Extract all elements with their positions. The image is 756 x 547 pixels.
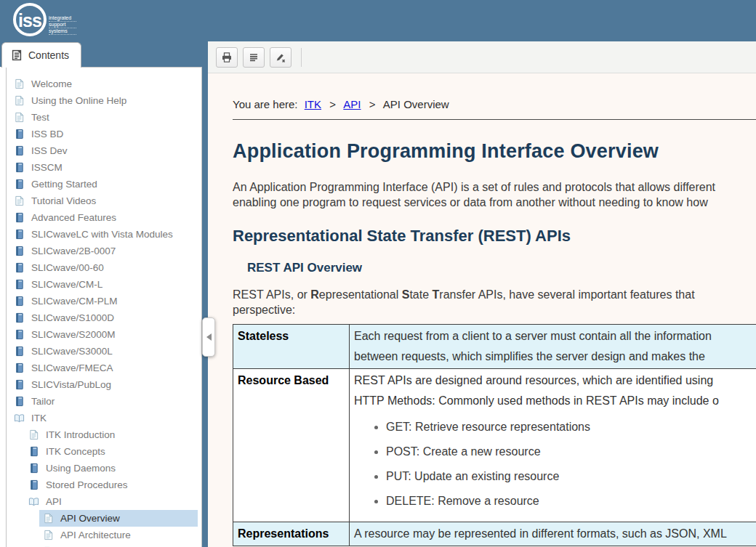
book-icon bbox=[13, 362, 25, 374]
sidebar-item-slicwave-2b-0007[interactable]: SLICwave/2B-0007 bbox=[10, 243, 198, 259]
sidebar-item-getting-started[interactable]: Getting Started bbox=[10, 176, 198, 193]
text-segment: R bbox=[310, 288, 319, 301]
sidebar-item-api-architecture[interactable]: API Architecture bbox=[39, 527, 198, 543]
sidebar-item-api-overview[interactable]: API Overview bbox=[39, 510, 198, 527]
text-segment: tate bbox=[409, 288, 432, 301]
sidebar-item-label: Welcome bbox=[31, 78, 72, 89]
breadcrumb: You are here: ITK > API > API Overview bbox=[233, 98, 756, 110]
sidebar-item-slicwave-s2000m[interactable]: SLICwave/S2000M bbox=[10, 326, 198, 343]
sidebar-collapse-button[interactable] bbox=[202, 317, 215, 357]
sidebar-item-slicvista-publog[interactable]: SLICVista/PubLog bbox=[10, 376, 198, 393]
sidebar-item-using-daemons[interactable]: Using Daemons bbox=[25, 460, 198, 477]
sidebar-item-label: SLICwave/S1000D bbox=[31, 312, 114, 323]
book-icon bbox=[13, 279, 25, 291]
sidebar-item-slicwave-s3000l[interactable]: SLICwave/S3000L bbox=[10, 343, 198, 360]
sidebar-item-slicwave-cm-plm[interactable]: SLICwave/CM-PLM bbox=[10, 293, 198, 309]
sidebar-item-tailor[interactable]: Tailor bbox=[10, 393, 198, 410]
sidebar-splitter[interactable] bbox=[202, 41, 208, 547]
sidebar-item-itk-introduction[interactable]: ITK Introduction bbox=[25, 426, 198, 443]
http-method-item: POST: Create a new resource bbox=[386, 445, 756, 459]
tab-contents[interactable]: Contents bbox=[1, 42, 81, 68]
app-header: iss integrated support systems bbox=[0, 0, 756, 41]
contents-tree-panel: WelcomeUsing the Online HelpTestISS BDIS… bbox=[6, 67, 202, 547]
sidebar-item-label: ISS Dev bbox=[31, 145, 68, 156]
sidebar-item-label: ITK Concepts bbox=[46, 446, 105, 457]
feature-desc-cell: Each request from a client to a server m… bbox=[350, 325, 756, 369]
page-icon bbox=[42, 530, 54, 541]
sidebar-item-slicwavelc-with-vista-modules[interactable]: SLICwaveLC with Vista Modules bbox=[10, 226, 198, 243]
remove-highlight-button[interactable] bbox=[270, 47, 291, 68]
book-icon bbox=[13, 162, 25, 174]
page-title: Application Programming Interface Overvi… bbox=[233, 139, 756, 163]
sidebar-item-label: SLICwave/S3000L bbox=[31, 346, 113, 357]
sidebar-item-using-the-online-help[interactable]: Using the Online Help bbox=[10, 92, 198, 109]
sidebar-item-label: Tailor bbox=[31, 396, 55, 407]
sidebar-item-label: SLICwave/FMECA bbox=[31, 362, 113, 373]
rest-intro-line: REST APIs, or Representational State Tra… bbox=[233, 287, 756, 302]
text-segment: T bbox=[433, 288, 440, 301]
book-icon bbox=[28, 446, 39, 458]
sidebar-item-api-endpoint-definitions[interactable]: API Endpoint Definitions bbox=[39, 543, 198, 547]
sidebar-item-api[interactable]: API bbox=[25, 493, 198, 510]
sidebar-item-label: Using the Online Help bbox=[31, 95, 126, 106]
intro-line: enabling one program to request services… bbox=[233, 195, 756, 210]
topic-pane: You are here: ITK > API > API Overview A… bbox=[208, 41, 756, 547]
sidebar-item-stored-procedures[interactable]: Stored Procedures bbox=[25, 477, 198, 493]
logo-text: iss bbox=[18, 12, 41, 30]
http-methods-list: GET: Retrieve resource representationsPO… bbox=[354, 420, 756, 508]
topic-list-icon bbox=[248, 52, 260, 63]
sidebar-item-label: Advanced Features bbox=[31, 212, 116, 223]
sidebar-item-test[interactable]: Test bbox=[10, 109, 198, 126]
sidebar-item-slicwave-fmeca[interactable]: SLICwave/FMECA bbox=[10, 360, 198, 376]
sidebar-item-isscm[interactable]: ISSCM bbox=[10, 159, 198, 176]
breadcrumb-link-itk[interactable]: ITK bbox=[305, 98, 321, 110]
page-icon bbox=[13, 195, 25, 207]
print-button[interactable] bbox=[216, 47, 238, 68]
sidebar-item-label: Stored Procedures bbox=[46, 479, 128, 490]
sidebar-item-itk-concepts[interactable]: ITK Concepts bbox=[25, 443, 198, 460]
collapse-arrow-icon bbox=[206, 333, 212, 341]
iss-logo: iss integrated support systems bbox=[13, 3, 76, 36]
sidebar-item-iss-dev[interactable]: ISS Dev bbox=[10, 142, 198, 159]
breadcrumb-prefix: You are here: bbox=[233, 98, 298, 110]
http-method-item: PUT: Update an existing resource bbox=[386, 469, 756, 484]
book-icon bbox=[13, 312, 25, 324]
book-icon bbox=[28, 479, 39, 491]
subsection-heading: REST API Overview bbox=[247, 260, 756, 276]
page-icon bbox=[13, 112, 25, 123]
topic-list-button[interactable] bbox=[243, 47, 265, 68]
sidebar-item-welcome[interactable]: Welcome bbox=[10, 76, 198, 92]
contents-tree: WelcomeUsing the Online HelpTestISS BDIS… bbox=[7, 76, 201, 547]
print-icon bbox=[221, 52, 233, 63]
breadcrumb-separator: > bbox=[369, 98, 376, 110]
book-icon bbox=[13, 296, 25, 307]
sidebar-item-label: SLICwave/2B-0007 bbox=[31, 246, 116, 256]
http-method-item: GET: Retrieve resource representations bbox=[386, 420, 756, 434]
sidebar-item-slicwave-00-60[interactable]: SLICwave/00-60 bbox=[10, 259, 198, 276]
sidebar: Contents WelcomeUsing the Online HelpTes… bbox=[0, 41, 208, 547]
book-icon bbox=[13, 129, 25, 140]
book-open-icon bbox=[13, 413, 25, 424]
sidebar-item-itk[interactable]: ITK bbox=[10, 410, 198, 426]
contents-tab-icon bbox=[11, 49, 23, 61]
http-method-item: DELETE: Remove a resource bbox=[386, 494, 756, 508]
page-icon bbox=[28, 429, 39, 441]
sidebar-item-tutorial-videos[interactable]: Tutorial Videos bbox=[10, 193, 198, 209]
sidebar-item-label: SLICwave/00-60 bbox=[31, 262, 104, 273]
breadcrumb-link-api[interactable]: API bbox=[343, 98, 361, 110]
book-icon bbox=[13, 229, 25, 240]
book-icon bbox=[13, 145, 25, 157]
logo-circle-icon: iss bbox=[13, 3, 47, 36]
feature-name-cell: Resource Based bbox=[233, 369, 350, 522]
sidebar-item-advanced-features[interactable]: Advanced Features bbox=[10, 209, 198, 226]
sidebar-item-label: API Overview bbox=[60, 513, 120, 524]
text-segment: epresentational bbox=[319, 288, 402, 301]
book-icon bbox=[13, 246, 25, 257]
sidebar-item-slicwave-cm-l[interactable]: SLICwave/CM-L bbox=[10, 276, 198, 293]
sidebar-item-iss-bd[interactable]: ISS BD bbox=[10, 126, 198, 142]
tab-contents-label: Contents bbox=[28, 49, 69, 61]
book-icon bbox=[13, 379, 25, 391]
sidebar-item-slicwave-s1000d[interactable]: SLICwave/S1000D bbox=[10, 309, 198, 326]
page-icon bbox=[13, 95, 25, 107]
text-segment: ransfer APIs, have several important fea… bbox=[439, 288, 694, 301]
